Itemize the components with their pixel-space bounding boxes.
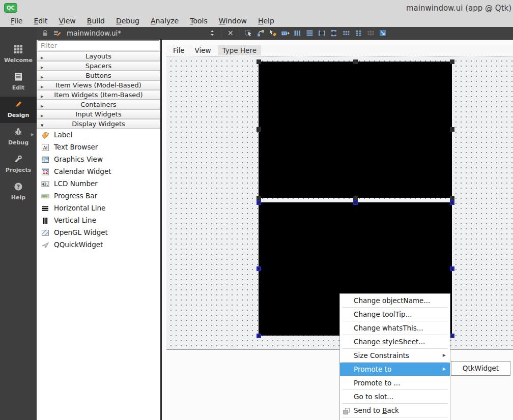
category-buttons[interactable]: ▶Buttons — [37, 71, 160, 80]
resize-handle-selected[interactable] — [450, 266, 454, 271]
resize-handle-selected[interactable] — [450, 334, 454, 338]
resize-handle-selected[interactable] — [450, 200, 454, 205]
widget-item-vertical-line[interactable]: Vertical Line — [37, 214, 160, 226]
menu-item-label: Change styleSheet... — [354, 338, 425, 346]
opengl-widget-icon — [41, 228, 49, 236]
widget-item-opengl[interactable]: OpenGL Widget — [37, 226, 160, 238]
form-menu-type-here[interactable]: Type Here — [218, 45, 261, 55]
menu-item-go-to-slot[interactable]: Go to slot... — [340, 390, 450, 403]
menu-item-send-to-back[interactable]: Send to Back — [340, 404, 450, 417]
menu-tools[interactable]: Tools — [184, 16, 213, 26]
menu-file[interactable]: File — [5, 16, 28, 26]
category-spacers[interactable]: ▶Spacers — [37, 61, 160, 71]
debug-flyout-arrow-icon[interactable]: ▶ — [31, 132, 34, 137]
black-widget-1[interactable] — [259, 62, 452, 198]
edit-tab-order-icon[interactable]: 123 — [281, 29, 290, 37]
resize-handle[interactable] — [353, 196, 358, 200]
resize-handle-selected[interactable] — [353, 200, 358, 205]
widget-item-label[interactable]: Label — [37, 129, 160, 141]
menu-help[interactable]: Help — [252, 16, 280, 26]
widget-item-horizontal-line[interactable]: Horizontal Line — [37, 202, 160, 214]
layout-form-icon[interactable] — [354, 29, 363, 37]
layout-vertically-splitter-icon[interactable] — [330, 29, 339, 37]
menu-item-change-whatsthis[interactable]: Change whatsThis... — [340, 321, 450, 335]
widget-item-lcd-number[interactable]: 42. LCD Number — [37, 177, 160, 190]
document-toolbar: mainwindow.ui* ✕ 123 — [37, 27, 513, 40]
resize-handle-selected[interactable] — [256, 200, 261, 205]
sidebar-item-help[interactable]: ? Help — [0, 179, 37, 205]
layout-vertically-icon[interactable] — [305, 29, 315, 37]
category-display-widgets[interactable]: ▼Display Widgets — [37, 119, 160, 129]
menu-analyze[interactable]: Analyze — [145, 16, 184, 26]
resize-handle[interactable] — [450, 196, 454, 200]
sidebar-item-label: Projects — [0, 167, 37, 173]
sidebar-item-label: Welcome — [0, 57, 37, 64]
menu-view[interactable]: View — [53, 16, 81, 26]
svg-text:123: 123 — [281, 32, 288, 35]
window-titlebar: QC mainwindow.ui (app @ Qtk) [ci-win — [0, 0, 513, 15]
menu-item-change-tooltip[interactable]: Change toolTip... — [340, 308, 450, 321]
category-label: Containers — [80, 101, 116, 108]
sidebar-item-design[interactable]: Design — [0, 97, 37, 123]
layout-horizontally-splitter-icon[interactable] — [318, 29, 327, 37]
category-label: Item Widgets (Item-Based) — [54, 91, 142, 99]
menu-item-promote-to-dialog[interactable]: Promote to ... — [340, 376, 450, 389]
menu-item-label: Send to Back — [354, 406, 399, 414]
menu-build[interactable]: Build — [81, 16, 110, 26]
category-label: Buttons — [86, 72, 111, 79]
resize-handle-selected[interactable] — [256, 266, 261, 271]
widget-item-text: Horizontal Line — [54, 204, 105, 212]
mode-sidebar: Welcome Edit Design ▶ Debug Projects — [0, 27, 37, 420]
category-layouts[interactable]: ▶Layouts — [37, 51, 160, 61]
resize-handle[interactable] — [450, 59, 454, 64]
menu-item-bring-to-front[interactable]: Bring to Front — [340, 417, 450, 420]
widget-item-graphics-view[interactable]: abc Graphics View — [37, 153, 160, 165]
svg-text:?: ? — [17, 184, 20, 190]
widget-item-calendar[interactable]: 12 Calendar Widget — [37, 165, 160, 177]
resize-handle-selected[interactable] — [256, 334, 261, 338]
menu-item-change-stylesheet[interactable]: Change styleSheet... — [340, 335, 450, 348]
layout-horizontally-icon[interactable] — [293, 29, 302, 37]
menu-debug[interactable]: Debug — [110, 16, 145, 26]
category-item-views[interactable]: ▶Item Views (Model-Based) — [37, 80, 160, 90]
resize-handle[interactable] — [256, 59, 261, 64]
menu-item-promote-to[interactable]: Promote to▶ — [340, 363, 450, 376]
category-label: Item Views (Model-Based) — [55, 81, 141, 89]
menu-item-size-constraints[interactable]: Size Constraints▶ — [340, 349, 450, 362]
sidebar-item-edit[interactable]: Edit — [0, 69, 37, 96]
form-menu-file[interactable]: File — [168, 46, 190, 55]
widget-item-progress-bar[interactable]: Progress Bar — [37, 190, 160, 202]
edit-widgets-icon[interactable] — [244, 29, 253, 37]
sidebar-item-welcome[interactable]: Welcome — [0, 42, 37, 68]
resize-handle[interactable] — [256, 127, 261, 132]
widget-item-text-browser[interactable]: AI Text Browser — [37, 141, 160, 153]
widget-item-text: QQuickWidget — [54, 241, 103, 249]
menu-edit[interactable]: Edit — [28, 16, 53, 26]
lock-icon[interactable] — [41, 29, 50, 37]
grid-icon — [14, 46, 23, 56]
category-containers[interactable]: ▶Containers — [37, 100, 160, 109]
form-menu-view[interactable]: View — [190, 46, 216, 55]
adjust-size-icon[interactable] — [379, 29, 388, 37]
menu-item-label: Change toolTip... — [354, 310, 412, 318]
document-selector-icon[interactable] — [208, 29, 217, 37]
menu-window[interactable]: Window — [213, 16, 252, 26]
edit-buddies-icon[interactable] — [269, 29, 278, 37]
category-item-widgets[interactable]: ▶Item Widgets (Item-Based) — [37, 90, 160, 100]
submenu-item-qtkwidget[interactable]: QtkWidget — [463, 364, 499, 372]
category-input-widgets[interactable]: ▶Input Widgets — [37, 109, 160, 119]
resize-handle[interactable] — [353, 59, 358, 64]
sidebar-item-debug[interactable]: ▶ Debug — [0, 124, 37, 151]
horizontal-line-icon — [41, 204, 49, 212]
close-document-icon[interactable]: ✕ — [227, 29, 234, 37]
edit-signals-slots-icon[interactable] — [256, 29, 266, 37]
layout-grid-icon[interactable] — [342, 29, 351, 37]
filter-input[interactable] — [38, 40, 159, 50]
resize-handle[interactable] — [256, 196, 261, 200]
widget-item-qquickwidget[interactable]: QQuickWidget — [37, 238, 160, 251]
wrench-icon — [14, 156, 23, 166]
sidebar-item-projects[interactable]: Projects — [0, 152, 37, 178]
resize-handle[interactable] — [450, 127, 454, 132]
menu-item-change-objectname[interactable]: Change objectName... — [340, 294, 450, 307]
open-document-tab[interactable]: mainwindow.ui* — [67, 29, 121, 37]
